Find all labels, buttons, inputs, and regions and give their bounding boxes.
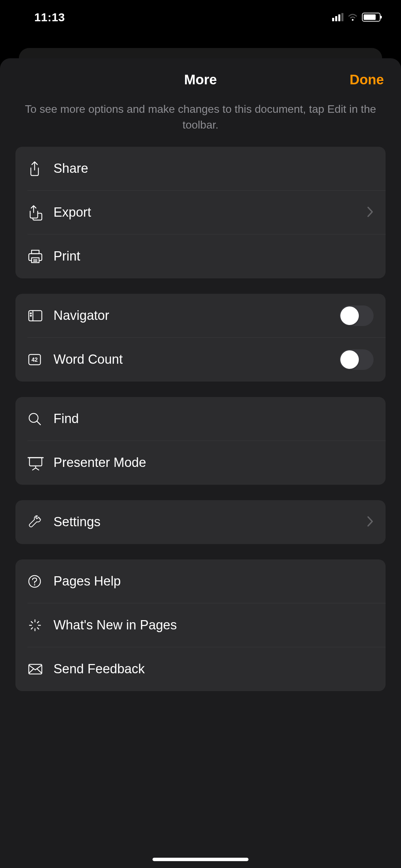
view-group: Navigator 42 Word Count <box>15 294 386 382</box>
wifi-icon <box>348 13 358 21</box>
print-row[interactable]: Print <box>15 234 386 278</box>
status-bar: 11:13 <box>0 0 401 34</box>
find-label: Find <box>49 411 374 426</box>
more-options-sheet: More Done To see more options and make c… <box>0 58 401 868</box>
svg-point-7 <box>31 315 32 316</box>
home-indicator[interactable] <box>153 858 248 861</box>
navigator-label: Navigator <box>49 308 339 323</box>
battery-icon <box>362 13 380 22</box>
svg-line-26 <box>31 628 33 629</box>
svg-line-23 <box>31 622 33 623</box>
export-label: Export <box>49 205 367 220</box>
presenter-icon <box>27 455 49 471</box>
sheet-subtitle: To see more options and make changes to … <box>0 98 401 147</box>
whats-new-label: What's New in Pages <box>49 618 374 632</box>
svg-line-15 <box>33 468 36 470</box>
share-label: Share <box>49 161 374 176</box>
sheet-title: More <box>184 72 217 87</box>
svg-rect-0 <box>32 250 39 254</box>
word-count-label: Word Count <box>49 352 339 367</box>
settings-label: Settings <box>49 515 367 529</box>
svg-text:42: 42 <box>32 357 38 363</box>
presenter-mode-row[interactable]: Presenter Mode <box>15 441 386 485</box>
export-row[interactable]: Export <box>15 191 386 234</box>
navigator-row[interactable]: Navigator <box>15 294 386 338</box>
word-count-toggle[interactable] <box>339 349 374 370</box>
navigator-icon <box>27 309 49 322</box>
help-group: Pages Help What's New in Pages <box>15 559 386 691</box>
tools-group: Find Presenter Mode <box>15 397 386 485</box>
word-count-row[interactable]: 42 Word Count <box>15 338 386 382</box>
svg-line-24 <box>37 628 39 629</box>
chevron-right-icon <box>367 516 374 529</box>
send-feedback-label: Send Feedback <box>49 662 374 676</box>
export-icon <box>27 204 49 221</box>
presenter-mode-label: Presenter Mode <box>49 455 374 470</box>
word-count-icon: 42 <box>27 353 49 366</box>
svg-line-16 <box>36 468 39 470</box>
share-row[interactable]: Share <box>15 147 386 191</box>
help-icon <box>27 574 49 589</box>
sparkle-icon <box>27 618 49 633</box>
done-button[interactable]: Done <box>350 72 384 87</box>
cellular-signal-icon <box>332 13 343 21</box>
search-icon <box>27 412 49 426</box>
share-group: Share Export <box>15 147 386 278</box>
settings-group: Settings <box>15 500 386 544</box>
sheet-header: More Done <box>0 72 401 98</box>
print-label: Print <box>49 249 374 264</box>
print-icon <box>27 249 49 264</box>
find-row[interactable]: Find <box>15 397 386 441</box>
navigator-toggle[interactable] <box>339 305 374 326</box>
svg-line-11 <box>37 421 40 425</box>
wrench-icon <box>27 515 49 530</box>
whats-new-row[interactable]: What's New in Pages <box>15 603 386 647</box>
svg-point-10 <box>29 413 38 422</box>
settings-row[interactable]: Settings <box>15 500 386 544</box>
pages-help-label: Pages Help <box>49 574 374 589</box>
status-indicators <box>332 13 380 22</box>
envelope-icon <box>27 663 49 675</box>
svg-rect-27 <box>29 664 42 674</box>
pages-help-row[interactable]: Pages Help <box>15 559 386 603</box>
status-time: 11:13 <box>34 11 65 24</box>
chevron-right-icon <box>367 206 374 219</box>
svg-point-6 <box>31 313 32 314</box>
svg-rect-12 <box>29 458 42 466</box>
send-feedback-row[interactable]: Send Feedback <box>15 647 386 691</box>
share-icon <box>27 160 49 177</box>
svg-line-25 <box>37 622 39 623</box>
svg-point-18 <box>34 584 35 586</box>
